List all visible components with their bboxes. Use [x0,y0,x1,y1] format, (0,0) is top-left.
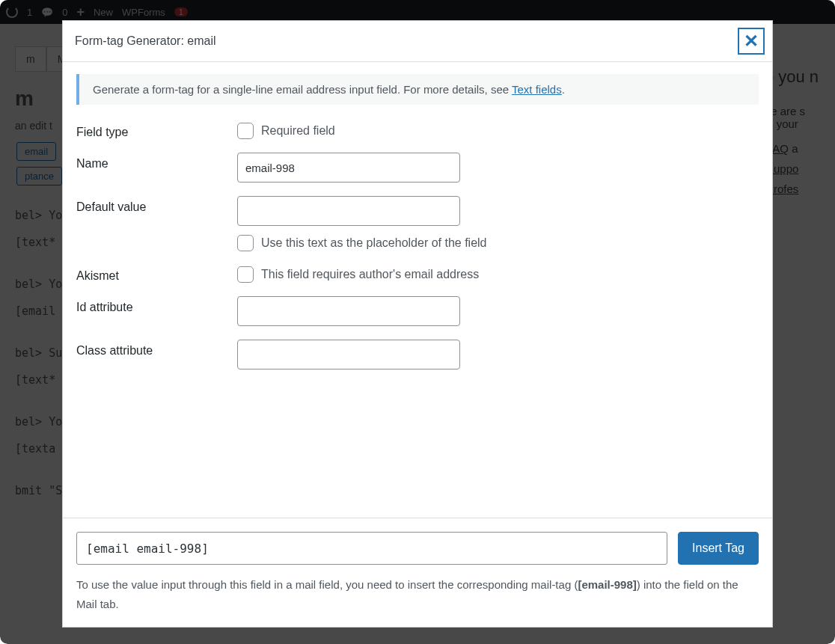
row-default-value: Default value Use this text as the place… [76,196,759,251]
notice-tail: . [562,83,565,96]
close-button[interactable]: ✕ [738,28,765,55]
modal-title: Form-tag Generator: email [75,34,216,48]
row-class-attribute: Class attribute [76,340,759,369]
id-attribute-label: Id attribute [76,296,237,314]
akismet-label: Akismet [76,265,237,283]
class-attribute-label: Class attribute [76,340,237,358]
placeholder-label: Use this text as the placeholder of the … [261,236,487,250]
info-notice: Generate a form-tag for a single-line em… [76,74,759,105]
modal-footer: Insert Tag To use the value input throug… [63,518,772,627]
help-mail-tag: [email-998] [578,578,636,591]
row-akismet: Akismet This field requires author's ema… [76,265,759,283]
default-value-label: Default value [76,196,237,214]
default-value-input[interactable] [237,196,460,226]
class-attribute-input[interactable] [237,340,460,369]
footer-help-text: To use the value input through this fiel… [76,575,759,613]
required-checkbox[interactable] [237,123,254,139]
modal-body: Generate a form-tag for a single-line em… [63,62,772,518]
notice-text: Generate a form-tag for a single-line em… [93,83,512,96]
akismet-option-label: This field requires author's email addre… [261,268,479,281]
text-fields-link[interactable]: Text fields [512,83,562,96]
modal-header: Form-tag Generator: email ✕ [63,21,772,62]
row-id-attribute: Id attribute [76,296,759,326]
row-field-type: Field type Required field [76,121,759,139]
row-name: Name [76,153,759,183]
akismet-checkbox[interactable] [237,266,254,283]
placeholder-checkbox[interactable] [237,235,254,251]
name-label: Name [76,153,237,171]
id-attribute-input[interactable] [237,296,460,326]
insert-tag-button[interactable]: Insert Tag [678,532,759,565]
form-tag-generator-modal: Form-tag Generator: email ✕ Generate a f… [62,20,773,628]
tag-output[interactable] [76,532,667,565]
required-label: Required field [261,124,335,138]
help-pre: To use the value input through this fiel… [76,578,578,591]
name-input[interactable] [237,153,460,183]
close-icon: ✕ [744,31,759,52]
field-type-label: Field type [76,121,237,139]
